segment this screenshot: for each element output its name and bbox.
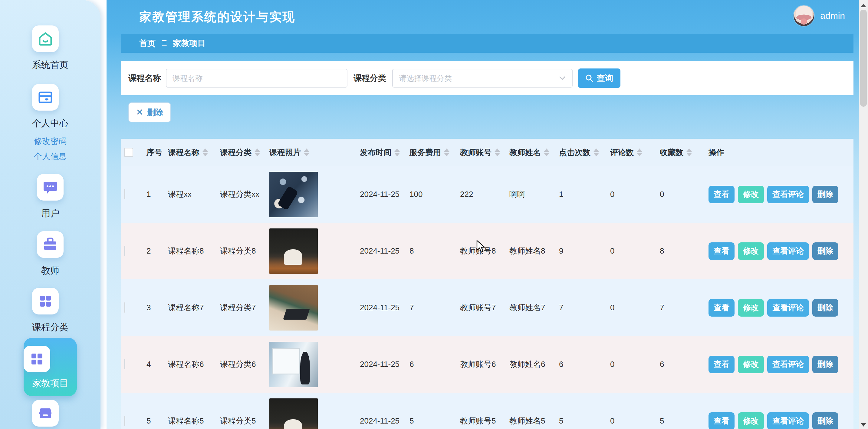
comment-button[interactable]: 查看评论 xyxy=(767,186,809,203)
column-header-label: 操作 xyxy=(709,147,724,158)
cell-teacher: 教师姓名6 xyxy=(509,359,559,370)
view-button[interactable]: 查看 xyxy=(709,412,735,429)
cell-category: 课程分类8 xyxy=(220,246,269,256)
edit-button[interactable]: 修改 xyxy=(738,299,764,317)
cell-index: 2 xyxy=(147,246,168,256)
sidebar-item[interactable]: 家教项目 xyxy=(24,338,77,396)
course-name-input[interactable] xyxy=(166,69,347,88)
cell-favorites: 6 xyxy=(660,360,709,369)
sidebar-icon-card xyxy=(37,231,64,258)
sidebar-item-label: 用户 xyxy=(37,207,64,220)
cell-account: 222 xyxy=(460,190,509,199)
column-header[interactable]: 课程分类 xyxy=(220,147,269,158)
sidebar-item[interactable]: 个人中心 xyxy=(32,84,68,130)
row-checkbox[interactable] xyxy=(124,416,125,426)
cell-category: 课程分类6 xyxy=(220,359,269,370)
sort-carets-icon[interactable] xyxy=(593,148,599,156)
sidebar-item[interactable]: 课程分类 xyxy=(32,288,68,334)
sort-carets-icon[interactable] xyxy=(686,148,692,156)
delete-button[interactable]: 删除 xyxy=(812,299,838,317)
delete-button[interactable]: 删除 xyxy=(812,242,838,260)
comment-button[interactable]: 查看评论 xyxy=(767,356,809,373)
edit-button[interactable]: 修改 xyxy=(738,242,764,260)
cell-favorites: 5 xyxy=(660,416,709,426)
course-photo xyxy=(269,228,318,274)
cell-date: 2024-11-25 xyxy=(360,303,409,312)
column-header[interactable]: 收藏数 xyxy=(660,147,709,158)
mouse-cursor xyxy=(476,240,488,253)
column-header[interactable]: 课程照片 xyxy=(269,147,360,158)
column-header[interactable]: 课程名称 xyxy=(168,147,220,158)
sidebar-item[interactable]: 系统首页 xyxy=(32,25,68,71)
cell-index: 5 xyxy=(147,416,168,426)
home-icon xyxy=(37,31,53,47)
row-checkbox[interactable] xyxy=(124,246,125,256)
bulk-delete-button[interactable]: ✕ 删除 xyxy=(128,103,171,122)
sidebar: 系统首页 个人中心修改密码个人信息 用户 教师 课程分类 家教项目 家教预约 xyxy=(0,0,100,429)
sort-carets-icon[interactable] xyxy=(495,148,500,156)
edit-button[interactable]: 修改 xyxy=(738,356,764,373)
comment-button[interactable]: 查看评论 xyxy=(767,412,809,429)
course-category-select[interactable]: 请选择课程分类 xyxy=(392,69,572,88)
breadcrumb-home[interactable]: 首页 xyxy=(139,38,156,49)
view-button[interactable]: 查看 xyxy=(709,299,735,317)
column-header-label: 收藏数 xyxy=(660,147,683,158)
column-header-label: 序号 xyxy=(147,147,162,158)
column-header-label: 点击次数 xyxy=(559,147,590,158)
column-header-label: 发布时间 xyxy=(360,147,391,158)
row-checkbox[interactable] xyxy=(124,359,125,369)
avatar[interactable] xyxy=(794,5,814,26)
edit-button[interactable]: 修改 xyxy=(738,412,764,429)
comment-button[interactable]: 查看评论 xyxy=(767,242,809,260)
sort-carets-icon[interactable] xyxy=(637,148,642,156)
row-actions: 查看修改查看评论删除 xyxy=(709,356,854,373)
column-header[interactable]: 评论数 xyxy=(610,147,660,158)
cell-date: 2024-11-25 xyxy=(360,246,409,256)
cell-index: 4 xyxy=(147,360,168,369)
breadcrumb-current: 家教项目 xyxy=(173,38,206,49)
user-menu[interactable]: admin xyxy=(794,5,845,26)
column-header[interactable]: 教师姓名 xyxy=(509,147,559,158)
sidebar-item-label: 个人中心 xyxy=(32,117,68,130)
cell-teacher: 教师姓名5 xyxy=(509,416,559,426)
column-header[interactable]: 发布时间 xyxy=(360,147,409,158)
sort-carets-icon[interactable] xyxy=(444,148,450,156)
scrollbar[interactable] xyxy=(859,0,868,429)
cell-clicks: 7 xyxy=(559,303,610,312)
cell-index: 3 xyxy=(147,303,168,312)
column-header[interactable]: 教师账号 xyxy=(460,147,509,158)
sidebar-item[interactable]: 用户 xyxy=(37,174,64,220)
row-checkbox[interactable] xyxy=(124,303,125,313)
sidebar-item-label: 教师 xyxy=(37,264,64,277)
column-header[interactable]: 服务费用 xyxy=(409,147,460,158)
sidebar-link[interactable]: 个人信息 xyxy=(34,151,67,162)
view-button[interactable]: 查看 xyxy=(709,356,735,373)
scroll-up-icon[interactable] xyxy=(861,4,866,7)
comment-button[interactable]: 查看评论 xyxy=(767,299,809,317)
column-header[interactable]: 点击次数 xyxy=(559,147,610,158)
view-button[interactable]: 查看 xyxy=(709,242,735,260)
cell-comments: 0 xyxy=(610,416,660,426)
sort-carets-icon[interactable] xyxy=(394,148,400,156)
row-checkbox[interactable] xyxy=(124,189,125,199)
delete-button[interactable]: 删除 xyxy=(812,186,838,203)
sort-carets-icon[interactable] xyxy=(203,148,208,156)
sort-carets-icon[interactable] xyxy=(254,148,260,156)
select-all-checkbox[interactable] xyxy=(124,148,133,157)
sidebar-item[interactable]: 家教预约 xyxy=(32,400,68,429)
cell-comments: 0 xyxy=(610,246,660,256)
edit-button[interactable]: 修改 xyxy=(738,186,764,203)
delete-button[interactable]: 删除 xyxy=(812,356,838,373)
scrollbar-thumb[interactable] xyxy=(860,10,867,107)
sidebar-item[interactable]: 教师 xyxy=(37,231,64,277)
search-button[interactable]: 查询 xyxy=(578,68,620,88)
sidebar-item-label: 系统首页 xyxy=(32,59,68,71)
sort-carets-icon[interactable] xyxy=(304,148,309,156)
cell-category: 课程分类7 xyxy=(220,303,269,313)
sidebar-icon-card xyxy=(24,346,50,372)
sort-carets-icon[interactable] xyxy=(544,148,549,156)
scroll-down-icon[interactable] xyxy=(861,423,866,427)
delete-button[interactable]: 删除 xyxy=(812,412,838,429)
sidebar-link[interactable]: 修改密码 xyxy=(34,136,67,147)
view-button[interactable]: 查看 xyxy=(709,186,735,203)
